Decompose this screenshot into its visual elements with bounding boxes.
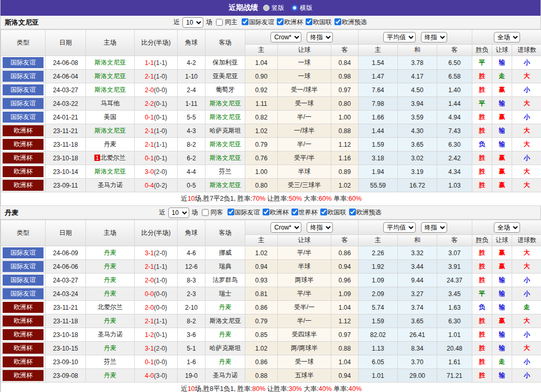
result-cell: 胜	[472, 179, 492, 192]
horizontal-layout-radio[interactable]: 横版	[291, 4, 312, 13]
league-badge: 欧洲杯	[3, 139, 44, 150]
home-team-cell: 斯洛文尼亚	[86, 70, 135, 83]
handicap-away-odds: 0.80	[331, 97, 359, 111]
goals-result-cell: 大	[512, 246, 541, 260]
league-badge: 欧洲杯	[3, 343, 44, 354]
match-row: 欧洲杯23-11-18丹麦2-1(1-1)8-2斯洛文尼亚0.79半/一1.12…	[1, 314, 541, 328]
league-checkbox[interactable]	[306, 18, 312, 25]
match-row: 国际友谊24-03-22马耳他2-2(0-1)1-11斯洛文尼亚1.11受一球0…	[1, 97, 541, 111]
goals-result-cell: 小	[512, 111, 541, 124]
vertical-layout-label: 竖版	[272, 4, 284, 13]
vertical-layout-radio[interactable]: 竖版	[263, 4, 284, 13]
handicap-away-odds: 0.88	[331, 124, 359, 138]
same-venue-checkbox[interactable]	[216, 19, 223, 26]
league-checkbox[interactable]	[291, 209, 298, 215]
team-title: 丹麦	[5, 208, 18, 217]
home-team-cell: 丹麦	[86, 314, 135, 328]
league-checkbox[interactable]	[228, 209, 234, 215]
fullmatch-select[interactable]: 全场	[494, 32, 520, 42]
team-title: 斯洛文尼亚	[5, 18, 39, 27]
result-cell: 胜	[472, 314, 492, 328]
goals-result-cell: 大	[512, 70, 541, 83]
away-team-cell: 丹麦	[205, 355, 245, 369]
avg-away-odds: 3.45	[437, 287, 472, 301]
fulltime-score: 2-2	[145, 100, 154, 107]
odds-stage-select[interactable]: 终指	[307, 222, 333, 233]
summary-segment: 40%	[349, 385, 362, 392]
col-corner: 角球	[178, 220, 205, 246]
avg-home-odds: 3.18	[359, 151, 398, 165]
odds-stage-select[interactable]: 终指	[307, 32, 333, 42]
games-label: 场	[206, 18, 212, 27]
halftime-score: (0-0)	[154, 86, 167, 94]
bookmaker-select[interactable]: Crow*	[270, 222, 301, 233]
halftime-score: (1-1)	[154, 141, 167, 148]
away-team-cell: 斯洛文尼亚	[205, 111, 245, 124]
average-select[interactable]: 平均值	[383, 222, 416, 233]
avg-draw-odds: 3.19	[398, 165, 437, 179]
corners-cell: 4-2	[178, 56, 205, 70]
league-checkbox[interactable]	[277, 18, 284, 25]
col-handicap-line: 让球	[278, 235, 331, 246]
league-badge: 国际友谊	[3, 98, 44, 109]
col-date: 日期	[46, 220, 86, 246]
summary-segment: 近	[181, 385, 188, 392]
handicap-home-odds: 0.82	[245, 111, 278, 124]
fulltime-score: 0-4	[145, 182, 154, 189]
radio-unselected-icon[interactable]	[263, 5, 269, 11]
result-cell: 平	[472, 287, 492, 301]
league-badge: 国际友谊	[3, 247, 44, 258]
league-checkbox[interactable]	[320, 209, 327, 215]
match-count-select[interactable]: 10	[168, 208, 189, 218]
avg-home-odds: 2.09	[359, 287, 398, 301]
average-select[interactable]: 平均值	[383, 32, 416, 42]
league-cell: 国际友谊	[1, 56, 46, 70]
league-checkbox[interactable]	[242, 18, 248, 25]
avg-away-odds: 1.03	[437, 179, 472, 192]
radio-selected-icon[interactable]	[291, 5, 298, 11]
date-cell: 23-10-18	[46, 328, 86, 342]
section-denmark: 丹麦 近 10 场 同客 国际友谊欧洲杯世界杯欧国联欧洲预选	[1, 206, 540, 392]
corners-cell: 1-10	[178, 70, 205, 83]
result-cell: 胜	[472, 342, 492, 355]
col-goals: 进球数	[512, 45, 541, 56]
league-checkbox[interactable]	[263, 209, 269, 215]
date-cell: 24-06-04	[46, 70, 86, 83]
fullmatch-select[interactable]: 全场	[494, 222, 520, 233]
league-checkbox[interactable]	[334, 18, 341, 25]
home-team-cell: 芬兰	[86, 355, 135, 369]
away-team-cell: 瑞士	[205, 287, 245, 301]
goals-result-cell: 大	[512, 165, 541, 179]
handicap-away-odds: 1.12	[331, 138, 359, 151]
avg-draw-odds: 4.17	[398, 70, 437, 83]
league-checkbox[interactable]	[349, 209, 356, 215]
away-team-cell: 亚美尼亚	[205, 70, 245, 83]
handicap-home-odds: 1.02	[245, 246, 278, 260]
results-body: 国际友谊24-06-09丹麦3-1(2-0)4-6挪威1.02平/半0.862.…	[1, 246, 541, 383]
goals-result-cell: 大	[512, 260, 541, 274]
avg-stage-select[interactable]: 终指	[421, 32, 447, 42]
avg-stage-select[interactable]: 终指	[421, 222, 447, 233]
col-home: 主场	[86, 30, 135, 56]
avg-away-odds: 6.50	[437, 56, 472, 70]
corners-cell: 12-6	[178, 260, 205, 274]
avg-draw-odds: 8.34	[398, 342, 437, 355]
league-checkbox-label: 欧洲预选	[342, 18, 367, 26]
league-badge: 欧洲杯	[3, 329, 44, 340]
match-count-select[interactable]: 10	[182, 17, 203, 28]
league-cell: 欧洲杯	[1, 124, 46, 138]
date-cell: 23-11-21	[46, 124, 86, 138]
same-venue-checkbox[interactable]	[202, 209, 209, 216]
halftime-score: (0-2)	[154, 182, 167, 189]
match-row: 欧洲杯23-10-18圣马力诺1-2(0-1)3-6丹麦0.85受四球半0.97…	[1, 328, 541, 342]
summary-segment: 60%	[319, 195, 332, 202]
away-team-cell: 保加利亚	[205, 56, 245, 70]
result-cell: 胜	[472, 83, 492, 97]
away-team-cell: 丹麦	[205, 301, 245, 314]
league-badge: 国际友谊	[3, 288, 44, 299]
match-row: 欧洲杯23-11-18丹麦2-1(1-1)8-2斯洛文尼亚0.79半/一1.12…	[1, 138, 541, 151]
corners-cell: 5-5	[178, 111, 205, 124]
avg-home-odds: 7.98	[359, 97, 398, 111]
bookmaker-select[interactable]: Crow*	[270, 32, 301, 42]
away-team-cell: 斯洛文尼亚	[205, 314, 245, 328]
